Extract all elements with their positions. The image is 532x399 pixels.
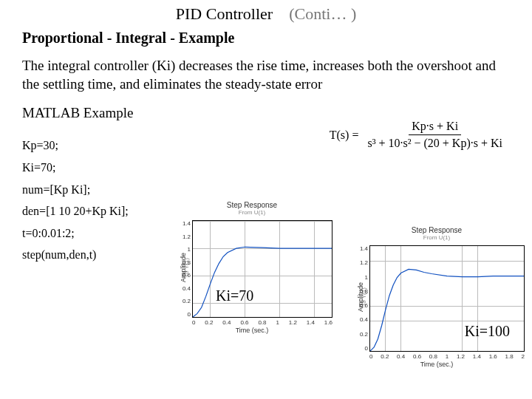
xlabel: Time (sec.) [167, 327, 337, 334]
section-subtitle: Proportional - Integral - Example [22, 30, 510, 47]
xlabel: Time (sec.) [344, 361, 529, 368]
chart-title: Step Response [167, 201, 337, 209]
transfer-function: T(s) = Kp·s + Ki s³ + 10·s² − (20 + Kp)·… [330, 120, 505, 150]
tf-denominator: s³ + 10·s² − (20 + Kp)·s + Ki [364, 135, 505, 150]
x-ticks: 00.20.40.60.811.21.41.61.82 [369, 353, 525, 360]
y-ticks: 00.20.40.60.811.21.4 [359, 245, 368, 352]
chart-area: Step Response From U(1) Amplitude To Y(1… [167, 200, 525, 396]
chart-ki70: Step Response From U(1) Amplitude To Y(1… [167, 200, 337, 335]
tf-fraction: Kp·s + Ki s³ + 10·s² − (20 + Kp)·s + Ki [364, 120, 505, 150]
chart-subtitle: From U(1) [167, 209, 337, 216]
title-main: PID Controller [176, 4, 273, 23]
chart-annotation: Ki=100 [465, 323, 510, 340]
description-text: The integral controller (Ki) decreases t… [22, 57, 510, 93]
slide: PID Controller (Conti… ) Proportional - … [0, 0, 532, 399]
tf-numerator: Kp·s + Ki [409, 120, 461, 135]
chart-title: Step Response [344, 226, 529, 234]
plot-frame [192, 220, 332, 318]
slide-title: PID Controller (Conti… ) [22, 4, 510, 24]
tf-lhs: T(s) = [330, 129, 359, 142]
plot-svg [193, 221, 332, 317]
y-ticks: 00.20.40.60.811.21.4 [182, 220, 191, 318]
title-continued: (Conti… ) [289, 4, 356, 23]
chart-annotation: Ki=70 [216, 287, 253, 304]
chart-ki100: Step Response From U(1) Amplitude To Y(1… [344, 225, 529, 369]
code-line: num=[Kp Ki]; [22, 179, 510, 201]
code-line: Ki=70; [22, 157, 510, 179]
x-ticks: 00.20.40.60.811.21.41.6 [192, 319, 332, 326]
chart-subtitle: From U(1) [344, 234, 529, 241]
